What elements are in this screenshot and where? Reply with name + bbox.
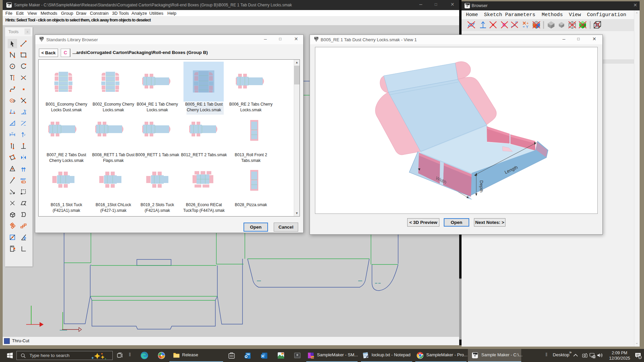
svg-text:M: M <box>10 192 12 195</box>
svg-text:Depth: Depth <box>479 180 484 192</box>
svg-text:IN: IN <box>312 357 314 359</box>
svg-text:H: H <box>11 123 13 125</box>
svg-text:H: H <box>11 132 13 134</box>
svg-text:V: V <box>23 121 25 123</box>
svg-text:α: α <box>24 109 26 112</box>
svg-text:V: V <box>24 134 25 136</box>
svg-text:REF: REF <box>20 178 26 181</box>
svg-text:1: 1 <box>639 356 641 359</box>
svg-text:Y: Y <box>526 25 529 29</box>
